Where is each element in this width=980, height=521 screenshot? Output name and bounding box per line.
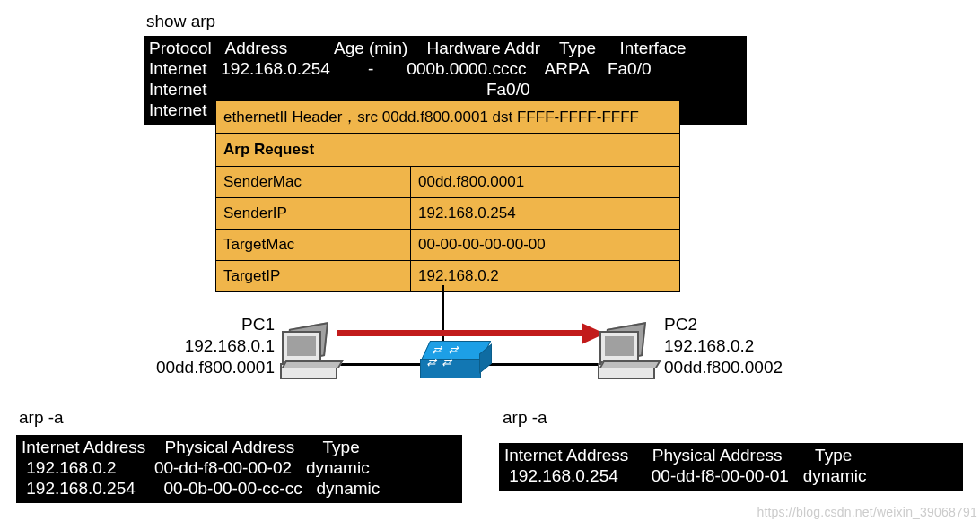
pc1-label: PC1 192.168.0.1 00dd.f800.0001 bbox=[108, 314, 275, 378]
router-row-0: Internet 192.168.0.254 - 000b.0000.cccc … bbox=[149, 58, 741, 79]
switch-icon: ⇄ ⇄⇄ ⇄ bbox=[420, 341, 490, 382]
target-mac-row: TargetMac 00-00-00-00-00-00 bbox=[216, 230, 679, 261]
target-ip-row: TargetIP 192.168.0.2 bbox=[216, 261, 679, 291]
router-row-1: Internet Fa0/0 bbox=[149, 79, 741, 100]
pc1-name: PC1 bbox=[108, 314, 275, 335]
arp-request-title: Arp Request bbox=[216, 134, 679, 167]
router-cmd-label: show arp bbox=[146, 12, 215, 31]
pc2-arp-cmd-label: arp -a bbox=[503, 408, 547, 428]
sender-ip-key: SenderIP bbox=[216, 198, 411, 229]
pc1-arp-row-0: 192.168.0.2 00-dd-f8-00-00-02 dynamic bbox=[22, 457, 457, 478]
pc1-ip: 192.168.0.1 bbox=[108, 335, 275, 357]
target-mac-key: TargetMac bbox=[216, 230, 411, 260]
pc2-name: PC2 bbox=[664, 314, 844, 335]
sender-mac-key: SenderMac bbox=[216, 167, 411, 197]
target-ip-key: TargetIP bbox=[216, 261, 411, 291]
pc1-arp-row-1: 192.168.0.254 00-0b-00-00-cc-cc dynamic bbox=[22, 478, 457, 499]
pc2-arp-row-0: 192.168.0.254 00-dd-f8-00-00-01 dynamic bbox=[504, 465, 958, 486]
ethernet-header: ethernetII Header，src 00dd.f800.0001 dst… bbox=[216, 101, 679, 134]
arp-packet-box: ethernetII Header，src 00dd.f800.0001 dst… bbox=[215, 100, 680, 292]
pc2-ip: 192.168.0.2 bbox=[664, 335, 844, 357]
pc1-icon bbox=[280, 326, 337, 381]
arp-broadcast-arrow bbox=[337, 330, 583, 336]
target-ip-val: 192.168.0.2 bbox=[411, 261, 679, 291]
watermark: https://blog.csdn.net/weixin_39068791 bbox=[757, 505, 977, 519]
pc2-label: PC2 192.168.0.2 00dd.f800.0002 bbox=[664, 314, 844, 378]
sender-mac-val: 00dd.f800.0001 bbox=[411, 167, 679, 197]
pc2-arp-table: Internet Address Physical Address Type 1… bbox=[499, 443, 963, 491]
pc1-mac: 00dd.f800.0001 bbox=[108, 357, 275, 378]
router-table-header: Protocol Address Age (min) Hardware Addr… bbox=[149, 38, 741, 58]
sender-ip-val: 192.168.0.254 bbox=[411, 198, 679, 229]
pc1-arp-table: Internet Address Physical Address Type 1… bbox=[16, 435, 462, 503]
wire-vertical bbox=[442, 285, 444, 348]
target-mac-val: 00-00-00-00-00-00 bbox=[411, 230, 679, 260]
sender-ip-row: SenderIP 192.168.0.254 bbox=[216, 198, 679, 230]
pc2-mac: 00dd.f800.0002 bbox=[664, 357, 844, 378]
pc2-arp-header: Internet Address Physical Address Type bbox=[504, 445, 958, 465]
pc2-icon bbox=[598, 326, 655, 381]
pc1-arp-header: Internet Address Physical Address Type bbox=[22, 437, 457, 457]
sender-mac-row: SenderMac 00dd.f800.0001 bbox=[216, 167, 679, 198]
pc1-arp-cmd-label: arp -a bbox=[19, 408, 64, 428]
